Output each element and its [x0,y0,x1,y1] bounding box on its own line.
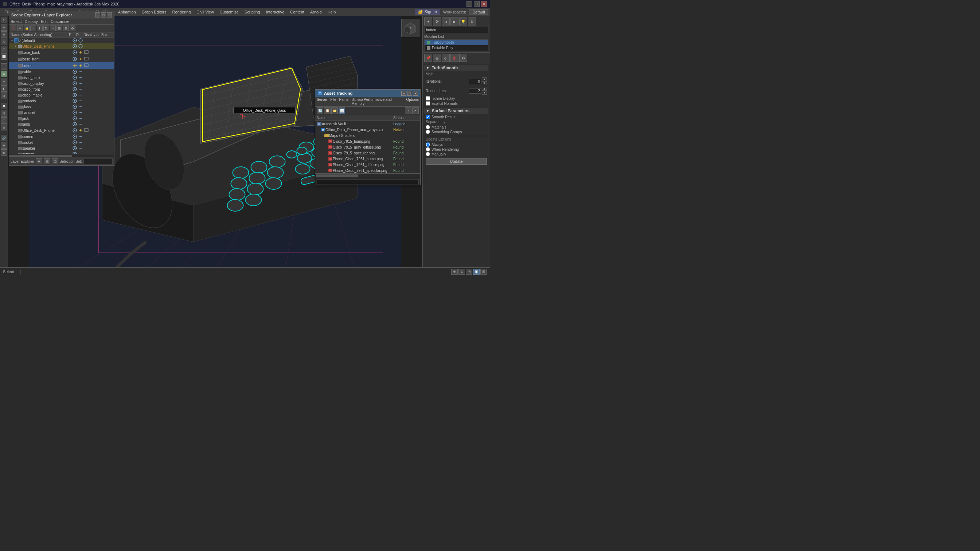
always-radio[interactable] [426,142,430,147]
close-button[interactable]: ✕ [481,1,487,7]
tool-7[interactable]: ⬛ [1,64,7,70]
at-btn2[interactable]: 📋 [324,108,331,114]
at-menu-paths[interactable]: Paths [339,98,349,106]
sign-in-button[interactable]: 🔐 Sign In [415,9,440,15]
tool-15[interactable]: ⧉ [1,125,7,131]
viewport-cube[interactable]: T [401,19,420,37]
smooth-result-checkbox[interactable] [426,115,430,119]
at-btn3[interactable]: 📁 [331,108,338,114]
mt-remove-modifier[interactable]: 🗑 [450,54,458,62]
when-rendering-radio[interactable] [426,147,430,151]
se-down-btn[interactable]: ▼ [17,25,23,31]
iterations-up[interactable]: ▲ [482,77,487,81]
menu-content[interactable]: Content [287,9,307,15]
se-item-layer0[interactable]: ▼ 0 (default) [9,38,114,43]
statusbar-btn2[interactable]: ⊙ [458,269,465,275]
at-minimize-btn[interactable]: − [401,91,406,96]
se-bottom-icon1[interactable]: ⊞ [44,159,50,164]
se-filter-btn[interactable]: ≡ [50,25,56,31]
scene-explorer-titlebar[interactable]: Scene Explorer - Layer Explorer − □ ✕ [9,11,114,19]
se-item-glass[interactable]: glass [9,104,114,110]
rp-modify-btn[interactable]: ⚒ [433,17,441,25]
se-menu-customize[interactable]: Customize [51,19,70,24]
at-row-phone-specular[interactable]: Phone_Cisco_7961_specular.png Found [315,168,420,173]
menu-rendering[interactable]: Rendering [169,9,194,15]
se-expand-layer0[interactable]: ▼ [11,39,13,42]
at-row-phone-bump[interactable]: Phone_Cisco_7961_bump.png Found [315,156,420,162]
tool-17[interactable]: ⊕ [1,142,7,149]
maximize-button[interactable]: □ [474,1,480,7]
mt-make-unique[interactable]: ◇ [442,54,450,62]
se-expand-office-desk-phone[interactable]: ▼ [14,45,17,48]
manually-radio[interactable] [426,152,430,156]
se-minimize-btn[interactable]: − [95,13,100,17]
at-close-btn[interactable]: ✕ [413,91,418,96]
at-btn-close2[interactable]: ✕ [412,108,419,114]
menu-graph-editors[interactable]: Graph Editors [139,9,169,15]
tool-9[interactable]: ◈ [1,78,7,84]
se-expand-btn[interactable]: ⊞ [56,25,62,31]
at-table-body[interactable]: Autodesk Vault Logged... M Office_Desk_P… [315,121,420,173]
se-item-socket[interactable]: socket [9,140,114,145]
menu-scripting[interactable]: Scripting [242,9,263,15]
at-row-phone-diffuse[interactable]: Phone_Cisco_7961_diffuse.png Found [315,162,420,168]
at-btn1[interactable]: 🔄 [317,108,323,114]
modifier-editable-poly[interactable]: Editable Poly [425,45,488,51]
se-clear-btn[interactable]: ✕ [11,25,16,31]
menu-help[interactable]: Help [325,9,339,15]
menu-interactive[interactable]: Interactive [263,9,288,15]
at-maximize-btn[interactable]: □ [407,91,412,96]
at-menu-bitmap[interactable]: Bitmap Performance and Memory [351,98,403,106]
se-item-base-front[interactable]: base_front [9,56,114,62]
statusbar-btn4-active[interactable]: ▣ [473,269,480,275]
rp-motion-btn[interactable]: ▶ [450,17,458,25]
tool-5[interactable]: ⬡ [1,46,7,52]
se-scrollbar[interactable] [9,154,114,157]
move-tool-btn[interactable]: ✛ [1,24,7,30]
rp-create-btn[interactable]: ✦ [424,17,432,25]
se-item-screen[interactable]: screen [9,133,114,140]
scale-tool-btn[interactable]: ⤡ [1,39,7,45]
se-maximize-btn[interactable]: □ [101,13,106,17]
statusbar-btn5[interactable]: ⊞ [480,269,487,275]
materials-radio[interactable] [426,125,430,129]
se-item-cisco-maple[interactable]: cisco_maple [9,92,114,98]
tool-16[interactable]: 🔗 [1,135,7,141]
at-scrollbar-thumb[interactable] [316,175,358,177]
statusbar-btn1[interactable]: ⊕ [451,269,458,275]
se-item-speaker[interactable]: speaker [9,145,114,151]
mt-pin-btn[interactable]: 📌 [424,54,432,62]
se-options-btn[interactable]: ⚙ [70,25,75,31]
workspaces-button[interactable]: Default [469,9,488,15]
selection-set-input[interactable] [83,159,113,164]
se-item-support[interactable]: support [9,151,114,154]
se-bottom-dropdown[interactable]: ▼ [36,159,42,164]
asset-tracking-titlebar[interactable]: Asset Tracking − □ ✕ [315,90,420,97]
se-item-office-desk-phone-sub[interactable]: Office_Desk_Phone [9,127,114,133]
se-item-jack[interactable]: jack [9,116,114,121]
se-menu-display[interactable]: Display [25,19,38,24]
at-btn-help[interactable]: ? [405,108,412,114]
at-menu-server[interactable]: Server [317,98,327,106]
render-iters-down[interactable]: ▼ [482,91,487,95]
menu-animation[interactable]: Animation [115,9,139,15]
se-move-btn[interactable]: ⬆ [37,25,43,31]
se-item-base-back[interactable]: base_back [9,49,114,56]
tool-11[interactable]: ⊞ [1,92,7,99]
se-bottom-icon2[interactable]: ⊡ [52,159,58,164]
at-row-cisco-bump[interactable]: Cisco_7915_bump.png Found [315,138,420,144]
statusbar-btn3[interactable]: ◎ [466,269,473,275]
mt-show-end-result[interactable]: ◎ [433,54,441,62]
se-item-office-desk-phone[interactable]: ▼ Office_Desk_Phone [9,43,114,49]
at-search-input[interactable] [317,179,419,184]
menu-customize[interactable]: Customize [217,9,242,15]
se-item-button[interactable]: button [9,62,114,69]
rp-hierarchy-btn[interactable]: ⊿ [442,17,450,25]
at-btn4-active[interactable]: 📊 [339,108,345,114]
scene-explorer-list[interactable]: ▼ 0 (default) ▼ Office_Desk_Phone base_b… [9,38,114,154]
se-lock-btn[interactable]: 🔒 [24,25,30,31]
se-sort-btn[interactable]: ⇅ [43,25,49,31]
modifier-turbosmooth[interactable]: TurboSmooth [425,40,488,45]
se-collapse-btn[interactable]: ⊟ [63,25,69,31]
at-row-cisco-specular[interactable]: Cisco_7915_specular.png Found [315,150,420,156]
